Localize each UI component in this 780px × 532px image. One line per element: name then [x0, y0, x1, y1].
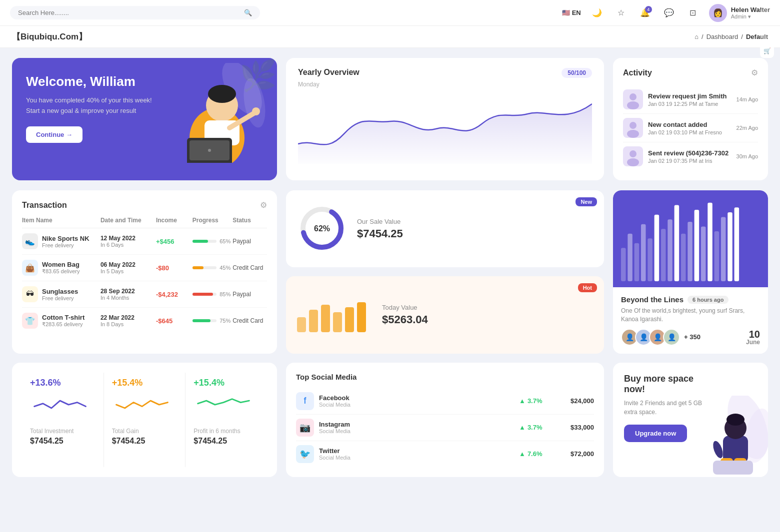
beyond-date: 10 June	[746, 329, 760, 345]
search-bar[interactable]: 🔍	[10, 6, 260, 19]
social-value: $33,000	[559, 424, 594, 431]
svg-rect-44	[728, 212, 732, 281]
svg-point-54	[711, 440, 724, 459]
svg-point-4	[208, 85, 236, 103]
main-row3: +13.6% Total Investment $7454.25 +15.4% …	[0, 363, 780, 487]
transaction-settings-icon[interactable]: ⚙	[260, 200, 267, 210]
search-input[interactable]	[18, 9, 240, 16]
svg-rect-29	[628, 234, 632, 281]
svg-point-19	[627, 158, 639, 166]
income-cell: +$456	[156, 238, 190, 245]
item-sub: ₹83.65 delivery	[42, 268, 80, 275]
breadcrumb-bar: 【Biqubiqu.Com】 ⌂ / Dashboard / Default	[0, 26, 780, 48]
star-btn[interactable]: ☆	[613, 5, 629, 21]
table-row: 🕶 Sunglasses Free delivery 28 Sep 2022 I…	[22, 281, 267, 308]
act-time: 22m Ago	[736, 125, 758, 131]
svg-rect-41	[708, 203, 712, 281]
progress-cell: 65%	[192, 238, 230, 244]
svg-point-18	[630, 150, 636, 157]
metrics-list: +13.6% Total Investment $7454.25 +15.4% …	[22, 373, 267, 467]
item-name: Nike Sports NK	[42, 235, 90, 242]
svg-rect-34	[661, 229, 666, 281]
svg-rect-38	[688, 222, 692, 281]
lang-label: EN	[572, 9, 581, 16]
date-sub: In 5 Days	[100, 268, 154, 274]
progress-cell: 85%	[192, 291, 230, 297]
date-cell: 22 Mar 2022 In 8 Days	[100, 314, 154, 327]
activity-list: Review request jim Smith Jan 03 19 12:25…	[623, 85, 758, 170]
svg-rect-36	[674, 205, 680, 281]
continue-button[interactable]: Continue →	[26, 126, 82, 143]
item-icon: 👟	[22, 233, 38, 249]
bar-chart-section: ↗ ⚙ 🛒	[613, 190, 768, 288]
welcome-illustration	[157, 63, 267, 163]
donut-label: 62%	[314, 224, 330, 233]
upgrade-button[interactable]: Upgrade now	[624, 425, 687, 442]
arrow-up-icon: ▲	[519, 397, 526, 405]
home-icon[interactable]: ⌂	[694, 33, 698, 40]
activity-item: Sent review (504)236-7302 Jan 02 19 07:3…	[623, 142, 758, 170]
date-cell: 06 May 2022 In 5 Days	[100, 261, 154, 274]
mini-avatar-4: 👤	[663, 329, 680, 346]
dark-mode-btn[interactable]: 🌙	[589, 5, 605, 21]
social-info: Instagram Social Media	[319, 421, 514, 434]
language-selector[interactable]: 🇺🇸 EN	[562, 9, 581, 16]
social-pct: ▲3.7%	[519, 397, 554, 405]
user-avatar: 👩	[709, 4, 727, 22]
table-row: 👜 Women Bag ₹83.65 delivery 06 May 2022 …	[22, 255, 267, 281]
social-value: $72,000	[559, 450, 594, 458]
item-icon: 👕	[22, 313, 38, 329]
progress-pct: 45%	[220, 265, 230, 271]
main-row1: 🌿 Welcome, William You have completed 40…	[0, 48, 780, 190]
sale-col: New 62% Our Sale Value $7454.25 Hot	[286, 190, 604, 354]
sale-hot-card: Hot Today Value $5263.04	[286, 276, 604, 353]
progress-bar-bg	[192, 266, 216, 269]
buy-title: Buy more space now!	[624, 374, 714, 395]
notifications-btn[interactable]: 🔔 4	[637, 5, 653, 21]
sparkline	[194, 392, 254, 412]
svg-rect-45	[734, 207, 740, 281]
item-name: Sunglasses	[42, 288, 78, 295]
breadcrumb: ⌂ / Dashboard / Default	[694, 33, 768, 40]
transaction-rows: 👟 Nike Sports NK Free delivery 12 May 20…	[22, 228, 267, 334]
social-value: $24,000	[559, 397, 594, 405]
svg-rect-53	[713, 461, 753, 475]
sale-hot-info: Today Value $5263.04	[382, 304, 428, 326]
activity-card: Activity ⚙ Review request jim Smith Jan …	[613, 58, 768, 180]
main-row2: Transaction ⚙ Item Name Date and Time In…	[0, 190, 780, 363]
item-icon: 👜	[22, 260, 38, 276]
hot-badge: Hot	[578, 283, 597, 292]
metric-value: $7454.25	[194, 437, 259, 446]
topnav-right: 🇺🇸 EN 🌙 ☆ 🔔 4 💬 ⊡ 👩 Helen Walter Admin ▾	[562, 4, 770, 22]
activity-item: Review request jim Smith Jan 03 19 12:25…	[623, 85, 758, 114]
svg-rect-24	[321, 305, 330, 332]
layout-btn[interactable]: ⊡	[685, 5, 701, 21]
metric-label: Total Investment	[30, 428, 96, 435]
income-cell: -$4,232	[156, 291, 190, 298]
donut-chart: 62%	[297, 203, 347, 255]
sale-new-label: Our Sale Value	[357, 218, 403, 225]
item-icon: 🕶	[22, 286, 38, 302]
progress-bar-bg	[192, 319, 216, 322]
svg-rect-32	[648, 238, 652, 281]
date-sub: In 4 Months	[100, 295, 154, 301]
breadcrumb-dashboard[interactable]: Dashboard	[706, 33, 738, 40]
new-badge: New	[576, 197, 597, 206]
svg-rect-31	[641, 224, 646, 281]
metric-pct: +13.6%	[30, 378, 96, 388]
act-time: 14m Ago	[736, 96, 758, 102]
sale-new-card: New 62% Our Sale Value $7454.25	[286, 190, 604, 267]
transaction-title: Transaction	[22, 201, 67, 210]
status-cell: Paypal	[232, 291, 267, 298]
activity-settings-icon[interactable]: ⚙	[751, 68, 758, 77]
chat-btn[interactable]: 💬	[661, 5, 677, 21]
metric-item: +13.6% Total Investment $7454.25	[22, 373, 104, 467]
svg-rect-35	[668, 219, 672, 281]
svg-rect-25	[333, 312, 342, 332]
svg-rect-43	[721, 217, 726, 281]
metric-pct: +15.4%	[194, 378, 259, 388]
metrics-card: +13.6% Total Investment $7454.25 +15.4% …	[12, 363, 277, 477]
date-cell: 12 May 2022 In 6 Days	[100, 235, 154, 248]
col-progress: Progress	[192, 217, 230, 224]
progress-bar-bg	[192, 293, 216, 296]
